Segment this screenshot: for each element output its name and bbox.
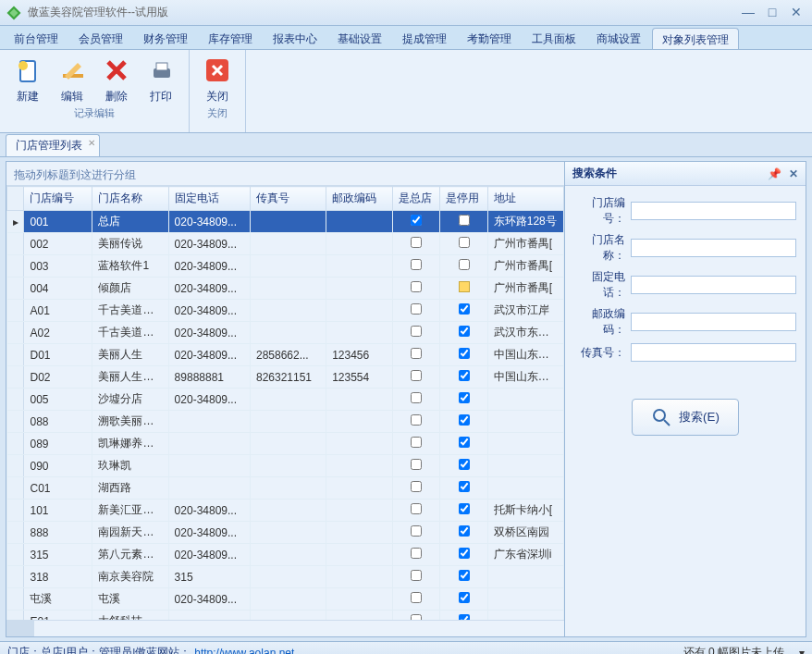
disabled-checkbox[interactable]: [459, 481, 470, 492]
menu-item-0[interactable]: 前台管理: [5, 28, 68, 49]
hq-checkbox[interactable]: [411, 237, 422, 248]
disabled-checkbox[interactable]: [459, 370, 470, 381]
chevron-down-icon[interactable]: ▾: [799, 647, 805, 655]
panel-close-icon[interactable]: ✕: [789, 167, 798, 180]
disabled-checkbox[interactable]: [459, 459, 470, 470]
hq-checkbox[interactable]: [411, 481, 422, 492]
search-button[interactable]: 搜索(E): [632, 399, 739, 436]
horizontal-scrollbar[interactable]: [6, 620, 564, 636]
menu-item-2[interactable]: 财务管理: [134, 28, 197, 49]
table-row[interactable]: 002美丽传说020-34809...广州市番禺[: [7, 233, 564, 255]
menu-item-3[interactable]: 库存管理: [199, 28, 262, 49]
hq-checkbox[interactable]: [411, 281, 422, 292]
table-row[interactable]: E01大舒科技养...: [7, 611, 564, 621]
col-header[interactable]: 固定电话: [168, 187, 250, 211]
svg-point-3: [18, 61, 28, 70]
new-button[interactable]: 新建: [6, 52, 50, 108]
disabled-checkbox[interactable]: [459, 570, 470, 581]
menu-item-5[interactable]: 基础设置: [328, 28, 391, 49]
disabled-checkbox[interactable]: [459, 303, 470, 315]
tab-close-icon[interactable]: ✕: [88, 138, 95, 148]
hq-checkbox[interactable]: [411, 259, 422, 270]
disabled-checkbox[interactable]: [459, 348, 470, 359]
table-row[interactable]: D02美丽人生分...89888881826321151123554中国山东青岛: [7, 366, 564, 389]
hq-checkbox[interactable]: [411, 392, 422, 403]
hq-checkbox[interactable]: [411, 370, 422, 381]
doc-tab-store-list[interactable]: 门店管理列表✕: [6, 134, 100, 156]
hq-checkbox[interactable]: [411, 437, 422, 448]
menu-item-6[interactable]: 提成管理: [393, 28, 456, 49]
col-header[interactable]: 是停用: [440, 187, 487, 211]
search-fax-input[interactable]: [631, 343, 796, 362]
table-row[interactable]: ▸001总店020-34809...东环路128号: [7, 211, 564, 233]
table-row[interactable]: A02千古美道常...020-34809...武汉市东西湖: [7, 322, 564, 344]
table-row[interactable]: C01湖西路: [7, 477, 564, 500]
hq-checkbox[interactable]: [411, 303, 422, 315]
table-row[interactable]: 089凯琳娜养生...: [7, 433, 564, 455]
col-header[interactable]: 是总店: [393, 187, 440, 211]
disabled-checkbox[interactable]: [459, 437, 470, 448]
table-row[interactable]: 888南园新天地...020-34809...双桥区南园: [7, 522, 564, 544]
close-button[interactable]: 关闭: [195, 52, 240, 108]
hq-checkbox[interactable]: [411, 570, 422, 581]
hq-checkbox[interactable]: [411, 592, 422, 603]
menu-item-8[interactable]: 工具面板: [523, 28, 585, 49]
table-row[interactable]: 005沙墟分店020-34809...: [7, 389, 564, 411]
disabled-checkbox[interactable]: [459, 215, 470, 226]
pin-icon[interactable]: 📌: [768, 167, 781, 180]
hq-checkbox[interactable]: [411, 326, 422, 337]
hq-checkbox[interactable]: [411, 503, 422, 514]
print-button[interactable]: 打印: [139, 52, 183, 108]
table-row[interactable]: 101新美汇亚健...020-34809...托斯卡纳小[: [7, 500, 564, 522]
table-row[interactable]: 090玖琳凯: [7, 455, 564, 477]
disabled-checkbox[interactable]: [459, 592, 470, 603]
website-link[interactable]: http://www.aolan.net: [194, 647, 294, 655]
menu-item-4[interactable]: 报表中心: [264, 28, 326, 49]
table-row[interactable]: D01美丽人生020-34809...2858662...123456中国山东青…: [7, 344, 564, 366]
hq-checkbox[interactable]: [411, 348, 422, 359]
disabled-checkbox[interactable]: [459, 392, 470, 403]
col-header[interactable]: 邮政编码: [326, 187, 393, 211]
minimize-button[interactable]: —: [738, 5, 758, 21]
hq-checkbox[interactable]: [411, 215, 422, 226]
edit-button[interactable]: 编辑: [50, 52, 94, 108]
menu-item-7[interactable]: 考勤管理: [458, 28, 521, 49]
disabled-checkbox[interactable]: [459, 525, 470, 537]
col-header[interactable]: 门店编号: [24, 187, 92, 211]
table-row[interactable]: 088溯歌美丽健...: [7, 411, 564, 433]
table-row[interactable]: 004倾颜店020-34809...广州市番禺[: [7, 278, 564, 300]
disabled-checkbox[interactable]: [459, 414, 470, 426]
search-zip-input[interactable]: [631, 313, 796, 331]
table-row[interactable]: 屯溪屯溪020-34809...: [7, 588, 564, 611]
delete-button[interactable]: 删除: [94, 52, 139, 108]
search-store-name-input[interactable]: [631, 239, 796, 257]
search-store-id-input[interactable]: [631, 202, 796, 220]
hq-checkbox[interactable]: [411, 548, 422, 559]
col-header[interactable]: 传真号: [250, 187, 326, 211]
menu-item-10[interactable]: 对象列表管理: [652, 28, 739, 49]
ribbon-group-close: 关闭 关闭: [190, 50, 246, 132]
search-tel-input[interactable]: [631, 276, 796, 294]
disabled-checkbox[interactable]: [459, 237, 470, 248]
close-window-button[interactable]: ✕: [786, 5, 806, 21]
table-row[interactable]: 315第八元素龙...020-34809...广东省深圳i: [7, 544, 564, 566]
statusbar: 门店：总店 | 用户：管理员 | 傲蓝网站：http://www.aolan.n…: [0, 641, 812, 654]
hq-checkbox[interactable]: [411, 459, 422, 470]
hq-checkbox[interactable]: [411, 525, 422, 537]
hq-checkbox[interactable]: [411, 414, 422, 426]
label-store-name: 门店名称：: [574, 232, 625, 264]
table-row[interactable]: 318南京美容院315: [7, 566, 564, 588]
disabled-checkbox[interactable]: [459, 503, 470, 514]
disabled-checkbox[interactable]: [459, 259, 470, 270]
disabled-checkbox[interactable]: [459, 548, 470, 559]
col-header[interactable]: 地址: [487, 187, 563, 211]
maximize-button[interactable]: □: [762, 5, 782, 21]
table-row[interactable]: 003蓝格软件1020-34809...广州市番禺[: [7, 255, 564, 278]
table-row[interactable]: A01千古美道花...020-34809...武汉市江岸: [7, 300, 564, 322]
menu-item-9[interactable]: 商城设置: [587, 28, 650, 49]
group-by-bar[interactable]: 拖动列标题到这进行分组: [6, 162, 564, 186]
col-header[interactable]: 门店名称: [92, 187, 168, 211]
menu-item-1[interactable]: 会员管理: [69, 28, 132, 49]
disabled-checkbox[interactable]: [459, 281, 470, 292]
disabled-checkbox[interactable]: [459, 326, 470, 337]
